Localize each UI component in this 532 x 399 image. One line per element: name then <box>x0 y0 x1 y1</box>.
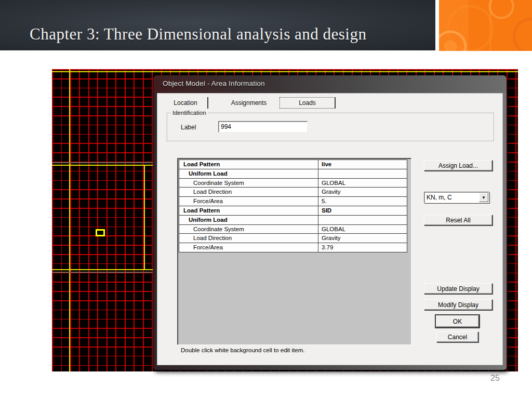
ok-button[interactable]: OK <box>436 315 479 327</box>
label-input[interactable] <box>218 121 308 132</box>
grid-gray-hline-upper <box>52 162 154 163</box>
table-row[interactable]: Coordinate SystemGLOBAL <box>179 179 407 188</box>
grid-gray-hline-lower <box>52 272 154 273</box>
table-row[interactable]: Load DirectionGravity <box>179 188 407 197</box>
load-table: Load Patternlive Uniform Load Coordinate… <box>179 159 407 252</box>
selected-area-object <box>96 229 105 236</box>
grid-yellow-hline-mid <box>52 165 154 166</box>
edit-hint-text: Double click white background cell to ed… <box>181 347 304 353</box>
modify-display-button[interactable]: Modify Display <box>424 299 493 310</box>
orange-decoration <box>439 0 532 51</box>
chevron-down-icon[interactable]: ▼ <box>479 193 488 202</box>
update-display-button[interactable]: Update Display <box>424 283 493 294</box>
label-caption: Label <box>181 124 196 131</box>
table-row[interactable]: Force/Area5. <box>179 197 407 206</box>
identification-group-label: Identification <box>171 110 208 116</box>
table-row[interactable]: Load DirectionGravity <box>179 234 407 243</box>
slide-title: Chapter 3: Three Dimensional analysis an… <box>30 25 366 44</box>
dialog-title: Object Model - Area Information <box>163 79 265 87</box>
dialog-client-area: Location Assignments Loads Identificatio… <box>157 93 503 365</box>
table-row[interactable]: Coordinate SystemGLOBAL <box>179 225 407 234</box>
assign-load-button[interactable]: Assign Load... <box>424 160 493 171</box>
load-table-container: Load Patternlive Uniform Load Coordinate… <box>177 158 411 345</box>
dialog-titlebar[interactable]: Object Model - Area Information <box>153 75 507 93</box>
units-dropdown-value: KN, m, C <box>424 194 479 201</box>
table-row[interactable]: Force/Area3.79 <box>179 243 407 252</box>
grid-yellow-vline-left <box>69 69 70 371</box>
tab-location[interactable]: Location <box>164 97 208 109</box>
reset-all-button[interactable]: Reset All <box>424 215 493 225</box>
identification-groupbox: Identification Label <box>167 113 494 141</box>
cancel-button[interactable]: Cancel <box>436 331 478 342</box>
table-row[interactable]: Uniform Load <box>179 169 407 179</box>
grid-yellow-vline-segment <box>144 165 145 270</box>
units-dropdown[interactable]: KN, m, C ▼ <box>424 192 489 203</box>
grid-yellow-hline-lower <box>52 269 154 270</box>
tab-loads[interactable]: Loads <box>280 97 336 109</box>
table-row[interactable]: Load PatternSID <box>179 206 407 216</box>
table-row[interactable]: Load Patternlive <box>179 160 407 169</box>
slide-header: Chapter 3: Three Dimensional analysis an… <box>0 0 435 50</box>
grid-yellow-hline-top <box>52 71 518 72</box>
tab-assignments[interactable]: Assignments <box>221 97 277 109</box>
page-number: 25 <box>485 374 506 383</box>
object-model-area-information-dialog: Object Model - Area Information Location… <box>153 75 507 370</box>
table-row[interactable]: Uniform Load <box>179 216 407 225</box>
